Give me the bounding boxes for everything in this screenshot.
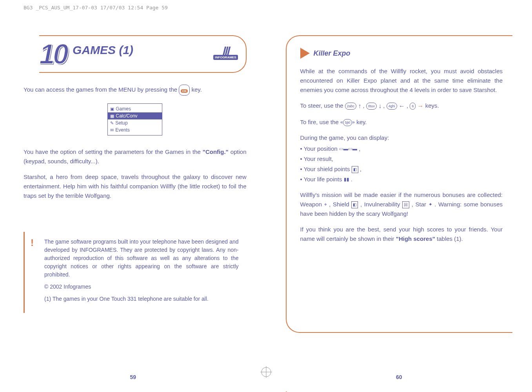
- page-number-left: 59: [130, 374, 136, 380]
- fire-a: To fire, use the: [300, 119, 341, 125]
- key-8-icon: 8tuv: [366, 103, 377, 110]
- key-2-icon: 2abc: [345, 103, 357, 110]
- page-left: 10 GAMES (1) Ⅲ INFOGRAMES You can access…: [0, 16, 266, 392]
- highscores-word: "High scores": [396, 235, 435, 242]
- events-icon: ✉: [110, 127, 114, 134]
- copyright-year: © 2002 Infogrames: [44, 283, 239, 291]
- bullet-position: • Your position ▭▬▭▬ ,: [300, 144, 503, 154]
- steer-line: To steer, use the 2abc ↑ , 8tuv ↓ , 4ghi…: [300, 101, 503, 111]
- calc-icon: ▦: [110, 113, 114, 119]
- fire-line: To fire, use the «5jkl» key.: [300, 117, 503, 127]
- intro-b: key.: [191, 86, 202, 93]
- intro-text: You can access the games from the MENU b…: [24, 85, 247, 96]
- fire-b: key.: [356, 119, 367, 125]
- bullet-life: • Your life points ▮▮ .: [300, 175, 503, 184]
- key-5-icon: 5jkl: [343, 119, 352, 126]
- shield-bonus-icon: ◧: [351, 201, 358, 208]
- weapon-icon: ⌖: [324, 201, 327, 208]
- steer-a: To steer, use the: [300, 102, 345, 109]
- sound-right-icon: »: [352, 119, 355, 126]
- section-header: Killer Expo: [300, 48, 503, 59]
- chapter-header: 10 GAMES (1) Ⅲ INFOGRAMES: [39, 35, 247, 73]
- screen-row-calc: ▦Calc/Conv: [108, 112, 162, 119]
- setup-icon: ✎: [110, 120, 114, 126]
- bullet-shield: • Your shield points ◧ ,: [300, 164, 503, 174]
- section-frame: Killer Expo While at the commands of the…: [286, 35, 513, 333]
- triangle-icon: [300, 48, 310, 59]
- phone-screen: ▣Games ▦Calc/Conv ✎Setup ✉Events: [107, 103, 162, 135]
- arrow-down-icon: ↓: [378, 103, 381, 109]
- position-bar-icon: ▭▬▭▬: [339, 145, 357, 153]
- ok-key-icon: OK: [179, 85, 190, 96]
- chapter-number: 10: [39, 40, 67, 68]
- row1-label: Games: [116, 105, 131, 112]
- arrow-right-icon: →: [418, 103, 424, 109]
- b4-text: • Your life points: [300, 176, 344, 182]
- exclamation-icon: !: [31, 236, 34, 250]
- row4-label: Events: [115, 126, 130, 134]
- steer-keys: keys.: [425, 102, 439, 109]
- chapter-title: GAMES (1): [73, 43, 133, 57]
- life-icon: ▮▮: [344, 176, 349, 183]
- sound-left-icon: «: [340, 119, 343, 126]
- games-icon: ▣: [110, 106, 114, 112]
- arrow-left-icon: ←: [399, 103, 405, 109]
- page-number-right: 60: [396, 374, 402, 380]
- config-word: "Config.": [203, 148, 229, 155]
- page-right: Killer Expo While at the commands of the…: [266, 16, 532, 392]
- para1a: You have the option of setting the param…: [24, 148, 203, 155]
- p2b: , Shield: [329, 201, 351, 208]
- section-title: Killer Expo: [314, 49, 350, 58]
- screen-row-events: ✉Events: [110, 126, 160, 134]
- star-icon: ✦: [429, 201, 432, 208]
- footnote-1: (1) The games in your One Touch 331 tele…: [44, 295, 239, 303]
- highscores-paragraph: If you think you are the best, send your…: [300, 225, 503, 244]
- screen-row-games: ▣Games: [110, 105, 160, 112]
- invulnerability-icon: 回: [402, 201, 409, 208]
- key-6-icon: 6: [410, 103, 416, 110]
- p2c: , Invulnerability: [360, 201, 402, 208]
- during-line: During the game, you can display:: [300, 133, 503, 143]
- config-paragraph: You have the option of setting the param…: [24, 147, 247, 166]
- copyright-note: The game software programs built into yo…: [44, 238, 239, 279]
- p2d: , Star: [412, 201, 429, 208]
- key-4-icon: 4ghi: [387, 103, 397, 110]
- p3c: tables (1).: [437, 235, 463, 242]
- b3-text: • Your shield points: [300, 166, 352, 172]
- infogrames-logo: Ⅲ INFOGRAMES: [213, 48, 238, 60]
- row3-label: Setup: [115, 119, 127, 126]
- bullet-result: • Your result,: [300, 154, 503, 164]
- arrow-up-icon: ↑: [358, 103, 361, 109]
- starshot-paragraph: Starshot, a hero from deep space, travel…: [24, 172, 247, 201]
- ok-label: OK: [181, 89, 188, 93]
- page-spread: 10 GAMES (1) Ⅲ INFOGRAMES You can access…: [0, 0, 532, 392]
- logo-swoosh-icon: Ⅲ: [213, 48, 238, 55]
- intro-a: You can access the games from the MENU b…: [24, 86, 179, 93]
- killer-intro: While at the commands of the Willfly roc…: [300, 67, 503, 95]
- screen-row-setup: ✎Setup: [110, 119, 160, 126]
- b1-text: • Your position: [300, 145, 340, 152]
- print-header: BG3 _PCS_AUS_UM_17-07-03 17/07/03 12:54 …: [24, 5, 168, 11]
- crop-mark-icon: [260, 366, 272, 380]
- logo-text: INFOGRAMES: [213, 55, 238, 60]
- row2-label: Calc/Conv: [116, 112, 137, 119]
- footnote-box: ! The game software programs built into …: [24, 232, 247, 313]
- shield-icon: ◧: [352, 166, 358, 173]
- bonuses-paragraph: Willfly's mission will be made easier if…: [300, 190, 503, 219]
